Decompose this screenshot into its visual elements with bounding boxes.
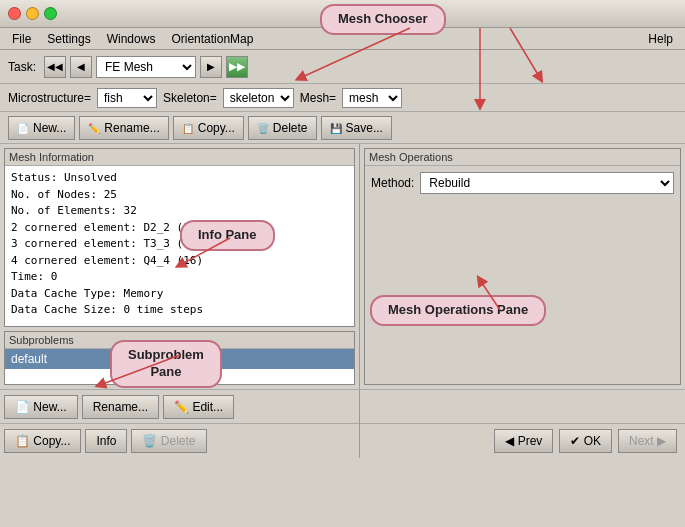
subproblem-copy-btn[interactable]: 📋 Copy...	[4, 429, 81, 453]
microstructure-label: Microstructure=	[8, 91, 91, 105]
skeleton-select[interactable]: skeleton	[223, 88, 294, 108]
second-bar: Microstructure= fish Skeleton= skeleton …	[0, 84, 685, 112]
skeleton-label: Skeleton=	[163, 91, 217, 105]
maximize-btn[interactable]	[44, 7, 57, 20]
method-select[interactable]: Rebuild	[420, 172, 674, 194]
mesh-ops-section: Mesh Operations Method: Rebuild	[364, 148, 681, 385]
doc-icon	[17, 121, 29, 135]
bottom-left-row1: 📄 New... Rename... ✏️ Edit...	[0, 390, 360, 424]
elem3-line: 3 cornered element: T3_3 (0)	[11, 236, 348, 253]
left-pane: Mesh Information Status: Unsolved No. of…	[0, 144, 360, 389]
delete-icon	[257, 121, 269, 135]
info-section-title: Mesh Information	[5, 149, 354, 166]
mesh-select[interactable]: mesh	[342, 88, 402, 108]
task-label: Task:	[8, 60, 36, 74]
bottom-row1: 📄 New... Rename... ✏️ Edit...	[0, 390, 685, 424]
bottom-row2: 📋 Copy... Info 🗑️ Delete ◀ Prev ✔ OK Nex…	[0, 424, 685, 458]
nav-last-btn[interactable]: ▶▶	[226, 56, 248, 78]
bottom-right-btns: ◀ Prev ✔ OK Next ▶	[360, 429, 685, 453]
status-line: Status: Unsolved	[11, 170, 348, 187]
rename-icon	[88, 121, 100, 135]
menu-help[interactable]: Help	[640, 30, 681, 48]
prev-btn[interactable]: ◀ Prev	[494, 429, 553, 453]
save-icon	[330, 121, 342, 135]
minimize-btn[interactable]	[26, 7, 39, 20]
elements-line: No. of Elements: 32	[11, 203, 348, 220]
next-btn[interactable]: Next ▶	[618, 429, 677, 453]
nav-first-btn[interactable]: ◀◀	[44, 56, 66, 78]
rename-button[interactable]: Rename...	[79, 116, 168, 140]
right-pane: Mesh Operations Method: Rebuild	[360, 144, 685, 389]
elem4-line: 4 cornered element: Q4_4 (16)	[11, 253, 348, 270]
subproblem-default[interactable]: default	[5, 349, 354, 369]
main-content: Mesh Information Status: Unsolved No. of…	[0, 144, 685, 389]
task-bar: Task: ◀◀ ◀ FE Mesh ▶ ▶▶	[0, 50, 685, 84]
subproblems-title: Subproblems	[5, 332, 354, 349]
subproblems-section: Subproblems default	[4, 331, 355, 385]
subproblem-edit-btn[interactable]: ✏️ Edit...	[163, 395, 234, 419]
info-section: Mesh Information Status: Unsolved No. of…	[4, 148, 355, 327]
nav-prev-btn[interactable]: ◀	[70, 56, 92, 78]
subproblem-delete-btn[interactable]: 🗑️ Delete	[131, 429, 206, 453]
third-bar: New... Rename... Copy... Delete Save...	[0, 112, 685, 144]
window-title: Mesh Chooser	[67, 6, 677, 21]
title-bar: Mesh Chooser	[0, 0, 685, 28]
time-line: Time: 0	[11, 269, 348, 286]
copy-button[interactable]: Copy...	[173, 116, 244, 140]
copy-icon	[182, 121, 194, 135]
delete-button[interactable]: Delete	[248, 116, 317, 140]
subproblem-info-btn[interactable]: Info	[85, 429, 127, 453]
window-controls[interactable]	[8, 7, 57, 20]
elem2-line: 2 cornered element: D2_2 (16)	[11, 220, 348, 237]
menu-orientationmap[interactable]: OrientationMap	[163, 30, 261, 48]
cache-size-line: Data Cache Size: 0 time steps	[11, 302, 348, 319]
dots-separator: · · · · · ·	[11, 319, 348, 327]
menu-bar: File Settings Windows OrientationMap Hel…	[0, 28, 685, 50]
menu-settings[interactable]: Settings	[39, 30, 98, 48]
close-btn[interactable]	[8, 7, 21, 20]
subproblem-rename-btn[interactable]: Rename...	[82, 395, 159, 419]
bottom-left-row2: 📋 Copy... Info 🗑️ Delete	[0, 424, 360, 458]
menu-file[interactable]: File	[4, 30, 39, 48]
menu-windows[interactable]: Windows	[99, 30, 164, 48]
ok-btn[interactable]: ✔ OK	[559, 429, 612, 453]
microstructure-select[interactable]: fish	[97, 88, 157, 108]
subproblems-list[interactable]: default	[5, 349, 354, 384]
save-button[interactable]: Save...	[321, 116, 392, 140]
cache-type-line: Data Cache Type: Memory	[11, 286, 348, 303]
mesh-label: Mesh=	[300, 91, 336, 105]
nodes-line: No. of Nodes: 25	[11, 187, 348, 204]
info-content: Status: Unsolved No. of Nodes: 25 No. of…	[5, 166, 354, 326]
nav-next-btn[interactable]: ▶	[200, 56, 222, 78]
task-select[interactable]: FE Mesh	[96, 56, 196, 78]
new-button[interactable]: New...	[8, 116, 75, 140]
subproblem-new-btn[interactable]: 📄 New...	[4, 395, 78, 419]
bottom-bar: 📄 New... Rename... ✏️ Edit... 📋 Copy... …	[0, 389, 685, 457]
mesh-ops-title: Mesh Operations	[365, 149, 680, 166]
mesh-ops-content: Method: Rebuild	[365, 166, 680, 200]
method-label: Method:	[371, 176, 414, 190]
